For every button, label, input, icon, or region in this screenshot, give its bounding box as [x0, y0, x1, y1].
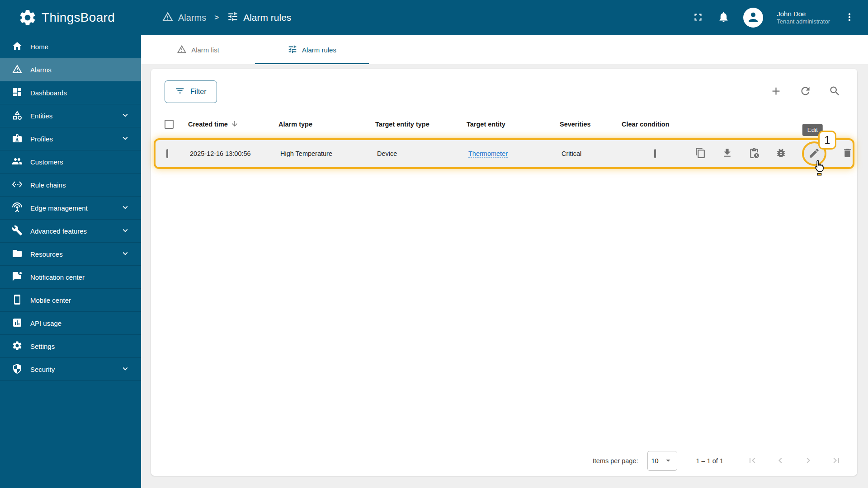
more-vert-icon: [844, 11, 855, 24]
column-header-target-entity-type[interactable]: Target entity type: [375, 121, 467, 128]
select-all-checkbox[interactable]: [165, 120, 174, 129]
sidebar-item-rule-chains[interactable]: Rule chains: [0, 174, 141, 197]
column-header-severities[interactable]: Severities: [560, 121, 622, 128]
row-select-checkbox[interactable]: [166, 149, 168, 158]
user-avatar[interactable]: [743, 8, 763, 28]
add-alarm-rule-button[interactable]: [770, 85, 782, 99]
sidebar-item-label: Security: [30, 366, 55, 373]
notifications-button[interactable]: [717, 11, 730, 24]
breadcrumb-current-label: Alarm rules: [243, 12, 291, 23]
column-header-label: Target entity: [467, 121, 505, 128]
table-actions-toolbar: [770, 85, 844, 99]
sidebar-item-alarms[interactable]: Alarms: [0, 58, 141, 81]
sidebar-item-profiles[interactable]: Profiles: [0, 127, 141, 150]
breadcrumb-alarms-link[interactable]: Alarms: [162, 11, 206, 25]
next-page-button[interactable]: [803, 455, 814, 467]
chevron-down-icon: [120, 133, 130, 145]
column-header-label: Target entity type: [375, 121, 429, 128]
last-page-icon: [831, 455, 842, 467]
filter-button[interactable]: Filter: [165, 80, 217, 103]
sidebar-item-label: Dashboards: [30, 89, 67, 97]
sidebar-item-label: Profiles: [30, 135, 53, 143]
breadcrumb-parent-label: Alarms: [178, 13, 206, 23]
column-header-clear-condition[interactable]: Clear condition: [622, 121, 693, 128]
last-page-button[interactable]: [831, 455, 842, 467]
sidebar-item-api-usage[interactable]: API usage: [0, 312, 141, 335]
column-header-target-entity[interactable]: Target entity: [467, 121, 560, 128]
column-header-alarm-type[interactable]: Alarm type: [278, 121, 375, 128]
tab-label: Alarm rules: [302, 46, 336, 54]
sidebar-item-label: Edge management: [30, 204, 88, 212]
column-header-label: Alarm type: [278, 121, 312, 128]
sidebar-item-entities[interactable]: Entities: [0, 104, 141, 127]
clear-condition-checkbox[interactable]: [654, 149, 656, 158]
tools-icon: [12, 225, 23, 237]
previous-page-button[interactable]: [775, 455, 786, 467]
items-per-page-label: Items per page:: [593, 457, 638, 465]
sidebar-item-label: Customers: [30, 158, 63, 166]
card-toolbar: Filter: [151, 69, 857, 112]
home-icon: [12, 41, 23, 53]
user-role: Tenant administrator: [777, 18, 830, 26]
shield-icon: [12, 363, 23, 375]
tutorial-step-badge: 1: [818, 131, 836, 150]
sidebar-item-label: Alarms: [30, 66, 52, 74]
pending-actions-button[interactable]: [748, 147, 760, 160]
sidebar-item-advanced-features[interactable]: Advanced features: [0, 220, 141, 243]
app-logo[interactable]: ThingsBoard: [0, 8, 141, 27]
tab-alarm-list[interactable]: Alarm list: [141, 35, 255, 64]
tab-bar: Alarm list Alarm rules: [141, 35, 868, 64]
warning-icon: [177, 44, 187, 56]
copy-button[interactable]: [695, 147, 706, 160]
fullscreen-button[interactable]: [692, 11, 704, 24]
page-size-value: 10: [651, 457, 658, 465]
customers-icon: [12, 156, 23, 168]
bug-icon: [775, 147, 787, 160]
paginator: Items per page: 10 1 – 1 of 1: [151, 446, 857, 476]
search-button[interactable]: [829, 85, 841, 99]
page-size-select[interactable]: 10: [647, 451, 677, 471]
alarm-rules-card: Filter Created tim: [151, 69, 857, 476]
cell-severities: Critical: [561, 150, 623, 157]
sidebar-item-label: Mobile center: [30, 296, 71, 304]
breadcrumb-current: Alarm rules: [227, 11, 291, 25]
sidebar-item-resources[interactable]: Resources: [0, 243, 141, 266]
antenna-icon: [12, 202, 23, 214]
sidebar-item-settings[interactable]: Settings: [0, 335, 141, 358]
rule-chains-icon: [12, 179, 23, 191]
thingsboard-gear-logo-icon: [18, 8, 37, 27]
trash-icon: [842, 147, 853, 160]
mobile-icon: [12, 294, 23, 306]
debug-button[interactable]: [775, 147, 787, 160]
delete-button[interactable]: [842, 147, 853, 160]
sidebar-nav: Home Alarms Dashboards Entities Profiles…: [0, 35, 141, 488]
table-row[interactable]: 2025-12-16 13:00:56 High Temperature Dev…: [156, 140, 853, 167]
filter-icon: [175, 86, 185, 98]
target-entity-link[interactable]: Thermometer: [468, 150, 508, 158]
copy-icon: [695, 147, 706, 160]
sidebar-item-customers[interactable]: Customers: [0, 150, 141, 174]
download-icon: [722, 147, 733, 160]
chevron-right-icon: [803, 455, 814, 467]
sidebar-item-dashboards[interactable]: Dashboards: [0, 81, 141, 104]
dropdown-caret-icon: [663, 455, 673, 467]
tab-alarm-rules[interactable]: Alarm rules: [255, 35, 369, 64]
sidebar-item-edge-management[interactable]: Edge management: [0, 197, 141, 220]
chevron-left-icon: [775, 455, 786, 467]
sidebar-item-mobile-center[interactable]: Mobile center: [0, 289, 141, 312]
first-page-button[interactable]: [747, 455, 758, 467]
download-button[interactable]: [722, 147, 733, 160]
column-header-created-time[interactable]: Created time: [188, 120, 278, 129]
sidebar-item-label: Resources: [30, 250, 63, 258]
entities-icon: [12, 110, 23, 122]
sidebar-item-security[interactable]: Security: [0, 358, 141, 381]
thingsboard-app: ThingsBoard Alarms > Alarm rules: [0, 0, 868, 488]
more-menu-button[interactable]: [844, 11, 855, 24]
table-header-row: Created time Alarm type Target entity ty…: [151, 112, 857, 136]
sidebar-item-label: Entities: [30, 112, 52, 120]
cell-created-time: 2025-12-16 13:00:56: [190, 150, 280, 157]
refresh-button[interactable]: [799, 85, 811, 99]
sidebar-item-home[interactable]: Home: [0, 35, 141, 58]
gear-icon: [12, 340, 23, 352]
sidebar-item-notification-center[interactable]: Notification center: [0, 266, 141, 289]
